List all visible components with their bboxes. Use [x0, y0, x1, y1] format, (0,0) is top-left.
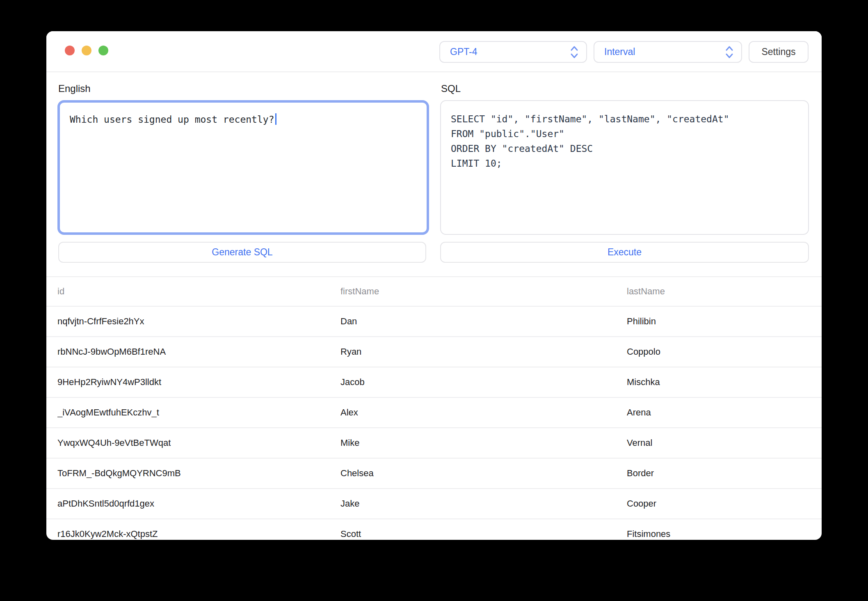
settings-button[interactable]: Settings — [749, 41, 809, 63]
sql-line: ORDER BY "createdAt" DESC — [451, 141, 798, 156]
table-body: nqfvjtn-CfrfFesie2hYx Dan Philibin rbNNc… — [46, 307, 822, 540]
cell-firstname: Scott — [340, 529, 627, 539]
cell-lastname: Coppolo — [627, 346, 822, 357]
sql-line: SELECT "id", "firstName", "lastName", "c… — [451, 112, 798, 126]
interval-select-value: Interval — [604, 46, 635, 57]
table-row[interactable]: nqfvjtn-CfrfFesie2hYx Dan Philibin — [46, 307, 822, 337]
chevron-updown-icon — [570, 45, 579, 60]
cell-id: YwqxWQ4Uh-9eVtBeTWqat — [57, 438, 340, 448]
sql-output[interactable]: SELECT "id", "firstName", "lastName", "c… — [440, 100, 809, 235]
cell-firstname: Alex — [340, 407, 627, 418]
chevron-updown-icon — [725, 45, 734, 60]
cell-firstname: Dan — [340, 316, 627, 327]
sql-line: FROM "public"."User" — [451, 126, 798, 141]
cell-id: nqfvjtn-CfrfFesie2hYx — [57, 316, 340, 327]
english-input-text: Which users signed up most recently? — [70, 114, 274, 125]
cell-id: rbNNcJ-9bwOpM6Bf1reNA — [57, 346, 340, 357]
table-row[interactable]: _iVAogMEwtfuhEKczhv_t Alex Arena — [46, 398, 822, 428]
cell-lastname: Cooper — [627, 498, 822, 509]
table-row[interactable]: ToFRM_-BdQkgMQYRNC9mB Chelsea Border — [46, 459, 822, 489]
generate-sql-button-label: Generate SQL — [212, 247, 272, 258]
titlebar: GPT-4 Interval Settings — [46, 31, 822, 72]
column-header-firstname: firstName — [340, 286, 627, 297]
cell-firstname: Ryan — [340, 346, 627, 357]
sql-panel-label: SQL — [441, 83, 461, 94]
model-select[interactable]: GPT-4 — [439, 41, 587, 63]
cell-id: ToFRM_-BdQkgMQYRNC9mB — [57, 468, 340, 479]
table-row[interactable]: aPtDhKSntl5d0qrfd1gex Jake Cooper — [46, 489, 822, 519]
table-row[interactable]: rbNNcJ-9bwOpM6Bf1reNA Ryan Coppolo — [46, 337, 822, 367]
table-row[interactable]: YwqxWQ4Uh-9eVtBeTWqat Mike Vernal — [46, 428, 822, 459]
cell-id: r16Jk0Kyw2Mck-xQtpstZ — [57, 529, 340, 539]
close-window-icon[interactable] — [65, 46, 75, 55]
minimize-window-icon[interactable] — [82, 46, 91, 55]
cell-lastname: Philibin — [627, 316, 822, 327]
english-panel-label: English — [58, 83, 91, 94]
table-row[interactable]: 9HeHp2RyiwNY4wP3lldkt Jacob Mischka — [46, 367, 822, 398]
table-row[interactable]: r16Jk0Kyw2Mck-xQtpstZ Scott Fitsimones — [46, 519, 822, 540]
column-header-id: id — [57, 286, 340, 297]
results-table: id firstName lastName nqfvjtn-CfrfFesie2… — [46, 276, 822, 540]
interval-select[interactable]: Interval — [594, 41, 742, 63]
english-input[interactable]: Which users signed up most recently? — [57, 100, 429, 235]
cell-lastname: Border — [627, 468, 822, 479]
cell-firstname: Jake — [340, 498, 627, 509]
execute-button[interactable]: Execute — [440, 242, 809, 263]
generate-sql-button[interactable]: Generate SQL — [58, 242, 426, 263]
sql-line: LIMIT 10; — [451, 156, 798, 171]
cell-id: 9HeHp2RyiwNY4wP3lldkt — [57, 377, 340, 388]
table-header-row: id firstName lastName — [46, 276, 822, 307]
text-caret — [275, 113, 276, 125]
cell-lastname: Mischka — [627, 377, 822, 388]
cell-firstname: Jacob — [340, 377, 627, 388]
cell-firstname: Mike — [340, 438, 627, 448]
cell-lastname: Arena — [627, 407, 822, 418]
cell-id: _iVAogMEwtfuhEKczhv_t — [57, 407, 340, 418]
zoom-window-icon[interactable] — [98, 46, 108, 55]
cell-lastname: Fitsimones — [627, 529, 822, 539]
app-window: GPT-4 Interval Settings English SQL Wh — [46, 31, 822, 540]
cell-id: aPtDhKSntl5d0qrfd1gex — [57, 498, 340, 509]
column-header-lastname: lastName — [627, 286, 822, 297]
settings-button-label: Settings — [761, 46, 795, 57]
screen-background: GPT-4 Interval Settings English SQL Wh — [0, 0, 868, 601]
cell-lastname: Vernal — [627, 438, 822, 448]
cell-firstname: Chelsea — [340, 468, 627, 479]
execute-button-label: Execute — [608, 247, 642, 258]
model-select-value: GPT-4 — [450, 46, 477, 57]
